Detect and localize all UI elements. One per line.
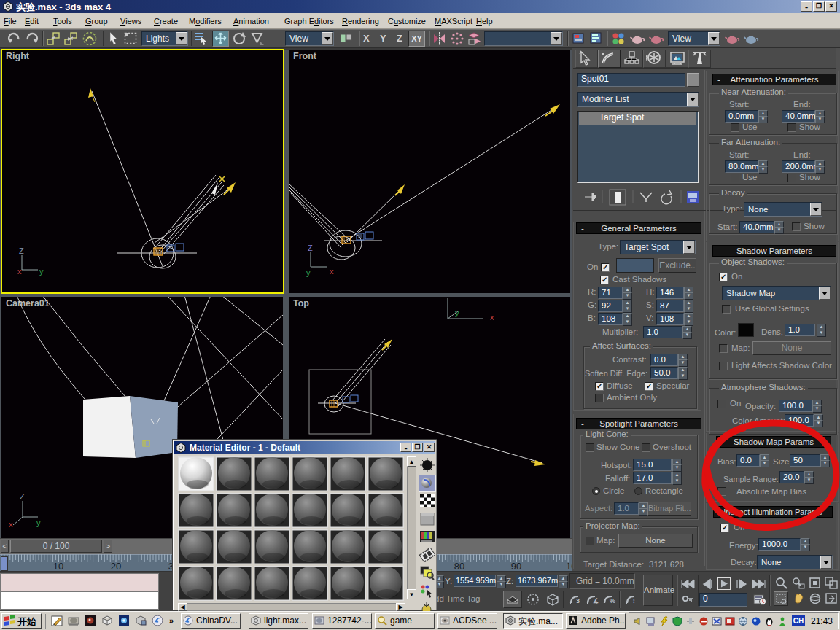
svg-text:20: 20 <box>111 561 121 571</box>
svg-text:10: 10 <box>53 561 63 571</box>
svg-text:Z: Z <box>19 246 24 255</box>
svg-text:y: y <box>36 518 41 527</box>
svg-text:x: x <box>9 520 13 529</box>
svg-text:y: y <box>306 268 311 277</box>
svg-text:x: x <box>330 267 334 276</box>
svg-text:x: x <box>490 313 494 322</box>
svg-text:80: 80 <box>454 561 464 571</box>
svg-text:y: y <box>455 308 459 317</box>
svg-text:Z: Z <box>20 492 25 501</box>
svg-text:x: x <box>18 267 22 276</box>
svg-text:90: 90 <box>511 561 521 571</box>
svg-text:Z: Z <box>308 244 313 252</box>
svg-text:y: y <box>39 267 44 276</box>
svg-text:100: 100 <box>566 561 572 571</box>
